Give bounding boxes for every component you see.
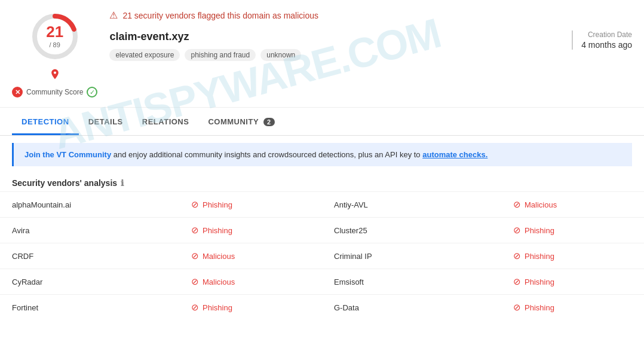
result-text: Malicious [203,277,235,286]
vendor-result-cell: ⊘ Phishing [501,218,644,243]
join-vt-link[interactable]: Join the VT Community [24,150,111,159]
score-total: / 89 [50,41,60,48]
table-row: Avira ⊘ Phishing Cluster25 ⊘ Phishing [0,218,644,243]
tags-container: elevated exposure phishing and fraud unk… [109,49,301,61]
result-icon: ⊘ [191,276,199,287]
tag-phishing-fraud: phishing and fraud [185,49,256,61]
vendor-name: Emsisoft [322,269,501,295]
result-text: Phishing [525,303,554,312]
result-text: Phishing [525,226,554,235]
vendor-result-cell: ⊘ Phishing [179,218,322,243]
community-x-icon: ✕ [12,87,23,97]
alert-message: 21 security vendors flagged this domain … [122,11,318,20]
vendor-table: alphaMountain.ai ⊘ Phishing Antiy-AVL ⊘ … [0,191,644,320]
result-text: Phishing [525,252,554,261]
creation-date-label: Creation Date [581,30,632,39]
main-info: ⚠ 21 security vendors flagged this domai… [109,10,632,97]
score-circle: 21 / 89 [28,10,82,63]
vendor-result-cell: ⊘ Phishing [501,243,644,269]
vendor-name: Fortinet [0,295,179,321]
score-circle-container: 21 / 89 ✕ Community Score ✓ [12,10,97,97]
vendor-result-cell: ⊘ Malicious [179,243,322,269]
vendor-name: Avira [0,218,179,243]
result-text: Malicious [525,200,557,209]
vendor-name: G-Data [322,295,501,321]
vendor-result-cell: ⊘ Malicious [179,269,322,295]
result-icon: ⊘ [191,302,199,313]
tab-relations[interactable]: RELATIONS [133,110,199,135]
section-header: Security vendors' analysis ℹ [0,173,644,191]
tab-community[interactable]: COMMUNITY 2 [198,110,284,135]
creation-date: Creation Date 4 months ago [572,30,632,50]
domain-name: claim-event.xyz [109,30,301,43]
table-row: CyRadar ⊘ Malicious Emsisoft ⊘ Phishing [0,269,644,295]
community-banner: Join the VT Community and enjoy addition… [12,143,632,166]
community-badge: 2 [263,118,275,126]
community-score-row: ✕ Community Score ✓ [12,87,97,97]
vendor-result-cell: ⊘ Phishing [179,192,322,218]
vendor-result-cell: ⊘ Phishing [501,295,644,321]
tabs-bar: DETECTION DETAILS RELATIONS COMMUNITY 2 [0,110,644,136]
vendor-result-cell: ⊘ Phishing [179,295,322,321]
tab-details[interactable]: DETAILS [79,110,133,135]
creation-date-value: 4 months ago [581,40,632,50]
vendor-name: alphaMountain.ai [0,192,179,218]
result-text: Phishing [525,277,554,286]
community-score-label: Community Score [26,88,83,96]
vendor-result-cell: ⊘ Phishing [501,269,644,295]
result-text: Phishing [203,200,232,209]
result-icon: ⊘ [191,251,199,261]
result-icon: ⊘ [513,276,521,287]
result-text: Malicious [203,252,235,261]
result-icon: ⊘ [513,199,521,210]
vendor-name: CyRadar [0,269,179,295]
domain-row: claim-event.xyz elevated exposure phishi… [109,30,632,61]
info-icon[interactable]: ℹ [121,178,124,188]
automate-checks-link[interactable]: automate checks. [422,150,487,159]
table-row: Fortinet ⊘ Phishing G-Data ⊘ Phishing [0,295,644,321]
tag-unknown: unknown [260,49,301,61]
tag-elevated-exposure: elevated exposure [109,49,180,61]
vendor-result-cell: ⊘ Malicious [501,192,644,218]
result-icon: ⊘ [513,251,521,261]
vendor-name: Cluster25 [322,218,501,243]
alert-bar: ⚠ 21 security vendors flagged this domai… [109,10,632,21]
top-section: 21 / 89 ✕ Community Score ✓ ⚠ 21 securit… [0,0,644,108]
result-icon: ⊘ [191,199,199,210]
result-text: Phishing [203,226,232,235]
result-icon: ⊘ [513,302,521,313]
vendor-flag-icon [49,68,61,82]
result-icon: ⊘ [191,225,199,236]
security-section-title: Security vendors' analysis [12,178,117,188]
table-row: CRDF ⊘ Malicious Criminal IP ⊘ Phishing [0,243,644,269]
score-number: 21 [46,24,63,39]
alert-icon: ⚠ [109,10,118,21]
community-check-icon: ✓ [87,87,97,97]
result-icon: ⊘ [513,225,521,236]
vendor-name: CRDF [0,243,179,269]
table-row: alphaMountain.ai ⊘ Phishing Antiy-AVL ⊘ … [0,192,644,218]
tab-detection[interactable]: DETECTION [12,110,79,135]
result-text: Phishing [203,303,232,312]
vendor-name: Antiy-AVL [322,192,501,218]
community-banner-text: and enjoy additional community insights … [114,150,422,159]
vendor-name: Criminal IP [322,243,501,269]
